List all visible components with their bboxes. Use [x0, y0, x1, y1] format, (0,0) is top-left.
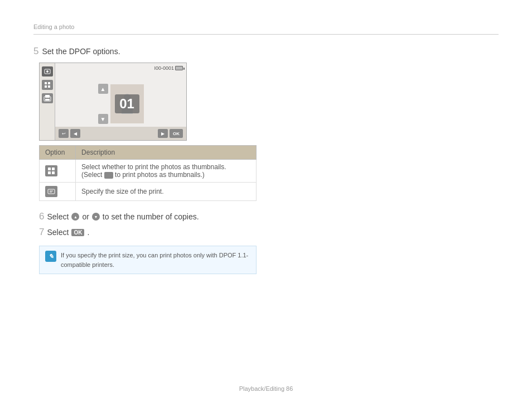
down-arrow-icon	[92, 213, 100, 221]
breadcrumb: Editing a photo	[33, 22, 499, 35]
note-box: ✎ If you specify the print size, you can…	[39, 246, 257, 274]
photo-thumbnail: 01	[110, 84, 144, 123]
grid-option-icon	[45, 165, 57, 176]
battery-icon	[175, 66, 183, 70]
svg-rect-8	[45, 99, 50, 100]
page-footer: Playback/Editing 86	[0, 385, 532, 392]
option-description-cell-2: Specify the size of the print.	[76, 183, 257, 201]
svg-rect-10	[52, 168, 55, 170]
table-row: Specify the size of the print.	[40, 183, 257, 201]
svg-point-1	[46, 70, 49, 73]
info-icon: ✎	[45, 251, 56, 262]
size-option-icon	[45, 186, 57, 197]
step-6-content: 6 Select or to set the number of copies.	[39, 211, 499, 222]
photo-area: ▲ ▼ 01	[98, 84, 144, 124]
table-row: Select whether to print the photos as th…	[40, 160, 257, 183]
cam-sidebar	[40, 63, 55, 140]
cam-left-buttons: ↩ ◀	[59, 129, 80, 138]
up-arrow-icon	[71, 213, 79, 221]
svg-rect-13	[48, 189, 55, 194]
cam-bottom-bar: ↩ ◀ ▶ OK	[55, 127, 186, 140]
cam-status-bar: I00-0001	[154, 65, 183, 71]
step-5-label: 5 Set the DPOF options.	[33, 46, 499, 57]
cam-main-area: I00-0001 ▲ ▼	[55, 63, 186, 140]
cam-right-btn[interactable]: ▶	[158, 129, 168, 138]
svg-rect-3	[48, 82, 50, 84]
cam-print-icon	[42, 93, 53, 103]
page-container: Editing a photo 5 Set the DPOF options.	[0, 0, 532, 296]
step-5: 5 Set the DPOF options.	[33, 46, 499, 201]
options-table: Option Description	[39, 145, 257, 201]
col-description-header: Description	[76, 146, 257, 160]
cam-right-buttons: ▶ OK	[158, 129, 183, 138]
svg-rect-2	[45, 82, 47, 84]
cam-play-icon	[42, 66, 53, 76]
svg-rect-11	[48, 171, 51, 174]
ok-button-label: OK	[71, 229, 84, 236]
svg-rect-5	[48, 85, 50, 88]
option-icon-cell	[40, 160, 76, 183]
svg-rect-7	[45, 95, 50, 98]
camera-ui: I00-0001 ▲ ▼	[39, 63, 187, 141]
cam-back-btn[interactable]: ↩	[59, 129, 69, 138]
number-overlay: 01	[115, 94, 139, 113]
svg-rect-4	[45, 85, 47, 88]
svg-rect-12	[52, 171, 55, 174]
cam-ok-btn[interactable]: OK	[170, 129, 183, 138]
option-icon-cell-2	[40, 183, 76, 201]
note-text: If you specify the print size, you can p…	[61, 251, 250, 269]
cam-grid-icon	[42, 80, 53, 90]
col-option-header: Option	[40, 146, 76, 160]
cam-nav-arrows: ▲ ▼	[98, 84, 108, 124]
cam-down-arrow[interactable]: ▼	[98, 114, 108, 124]
step-7: 7 Select OK .	[39, 227, 499, 238]
step-6: 6 Select or to set the number of copies.	[39, 211, 499, 222]
svg-rect-9	[48, 168, 51, 170]
step-7-content: 7 Select OK .	[39, 227, 499, 238]
cam-left-btn[interactable]: ◀	[70, 129, 80, 138]
cam-up-arrow[interactable]: ▲	[98, 84, 108, 94]
option-description-cell-1: Select whether to print the photos as th…	[76, 160, 257, 183]
